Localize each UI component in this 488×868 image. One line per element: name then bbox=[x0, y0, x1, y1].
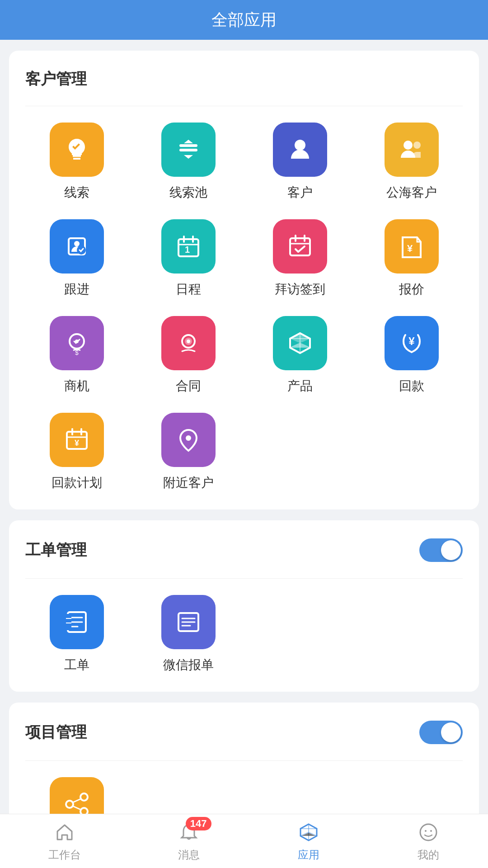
workorder-icons-grid: 工单 微信报单 bbox=[25, 595, 463, 674]
svg-point-6 bbox=[74, 241, 80, 246]
icon-item-followup[interactable]: 跟进 bbox=[25, 219, 128, 298]
svg-line-46 bbox=[73, 806, 81, 810]
svg-point-19 bbox=[75, 340, 79, 343]
icon-item-contract[interactable]: 合同 bbox=[137, 316, 239, 395]
wechat-form-icon bbox=[174, 608, 203, 637]
svg-point-47 bbox=[420, 824, 436, 840]
project-toggle[interactable] bbox=[419, 721, 463, 744]
section-customer-management: 客户管理 线索 bbox=[9, 51, 479, 509]
customer-icon bbox=[286, 135, 314, 164]
section-header-customer: 客户管理 bbox=[25, 69, 463, 90]
svg-point-43 bbox=[66, 801, 73, 808]
home-icon bbox=[53, 821, 76, 844]
svg-text:1: 1 bbox=[185, 245, 190, 255]
section-workorder-management: 工单管理 工单 bbox=[9, 520, 479, 692]
svg-point-42 bbox=[80, 793, 88, 801]
svg-line-45 bbox=[73, 799, 81, 802]
section-title-workorder: 工单管理 bbox=[25, 540, 87, 561]
icon-box-nearby-customer bbox=[161, 413, 216, 467]
icon-box-payment-plan: ¥ bbox=[50, 413, 104, 467]
svg-text:$: $ bbox=[75, 349, 79, 356]
icon-item-schedule[interactable]: 1 日程 bbox=[137, 219, 239, 298]
svg-rect-0 bbox=[179, 144, 197, 147]
visit-checkin-icon bbox=[286, 232, 314, 261]
icon-label-followup: 跟进 bbox=[64, 281, 89, 298]
icon-box-clue-pool bbox=[161, 123, 216, 177]
nav-label-messages: 消息 bbox=[178, 848, 200, 862]
icon-label-public-customer: 公海客户 bbox=[386, 184, 437, 201]
icon-label-payment-plan: 回款计划 bbox=[52, 474, 102, 491]
icon-item-customer[interactable]: 客户 bbox=[249, 123, 351, 201]
svg-point-30 bbox=[186, 435, 191, 441]
svg-rect-35 bbox=[66, 614, 71, 630]
svg-text:¥: ¥ bbox=[74, 439, 79, 448]
workorder-icon bbox=[62, 608, 91, 637]
icon-item-wechat-form[interactable]: 微信报单 bbox=[137, 595, 239, 674]
box-icon bbox=[297, 821, 320, 844]
icon-item-payment-plan[interactable]: ¥ 回款计划 bbox=[25, 413, 128, 491]
nav-item-workbench[interactable]: 工作台 bbox=[48, 821, 81, 862]
clue-pool-icon bbox=[174, 135, 203, 164]
icon-item-clue[interactable]: 线索 bbox=[25, 123, 128, 201]
icon-item-public-customer[interactable]: 公海客户 bbox=[360, 123, 463, 201]
icon-box-workorder bbox=[50, 595, 104, 649]
icon-box-followup bbox=[50, 219, 104, 274]
nav-item-mine[interactable]: 我的 bbox=[417, 821, 440, 862]
svg-point-2 bbox=[295, 140, 305, 151]
product-icon bbox=[286, 329, 314, 358]
contract-icon bbox=[174, 329, 203, 358]
icon-item-clue-pool[interactable]: 线索池 bbox=[137, 123, 239, 201]
icon-box-customer bbox=[273, 123, 327, 177]
nav-item-apps[interactable]: 应用 bbox=[297, 821, 320, 862]
quote-icon: ¥ bbox=[397, 232, 426, 261]
content: 客户管理 线索 bbox=[0, 40, 488, 868]
bell-icon: 147 bbox=[177, 821, 201, 844]
followup-icon bbox=[62, 232, 91, 261]
icon-box-quote: ¥ bbox=[385, 219, 439, 274]
header-title: 全部应用 bbox=[211, 9, 277, 31]
svg-point-48 bbox=[425, 830, 427, 832]
icon-item-nearby-customer[interactable]: 附近客户 bbox=[137, 413, 239, 491]
icon-box-clue bbox=[50, 123, 104, 177]
bottom-nav: 工作台 147 消息 应用 bbox=[0, 814, 488, 868]
icon-label-nearby-customer: 附近客户 bbox=[163, 474, 214, 491]
section-title-project: 项目管理 bbox=[25, 722, 87, 743]
payment-icon: ¥ bbox=[397, 329, 426, 358]
icon-box-public-customer bbox=[385, 123, 439, 177]
icon-item-payment[interactable]: ¥ 回款 bbox=[360, 316, 463, 395]
svg-text:¥: ¥ bbox=[407, 243, 413, 254]
icon-box-product bbox=[273, 316, 327, 370]
header: 全部应用 bbox=[0, 0, 488, 40]
svg-point-49 bbox=[430, 830, 432, 832]
icon-box-payment: ¥ bbox=[385, 316, 439, 370]
icon-item-visit-checkin[interactable]: 拜访签到 bbox=[249, 219, 351, 298]
icon-item-quote[interactable]: ¥ 报价 bbox=[360, 219, 463, 298]
svg-rect-13 bbox=[290, 238, 310, 255]
message-badge: 147 bbox=[186, 817, 211, 830]
icon-box-contract bbox=[161, 316, 216, 370]
nav-item-messages[interactable]: 147 消息 bbox=[177, 821, 201, 862]
icon-box-schedule: 1 bbox=[161, 219, 216, 274]
icon-label-visit-checkin: 拜访签到 bbox=[275, 281, 325, 298]
clue-icon bbox=[62, 135, 91, 164]
opportunity-icon: $ bbox=[62, 329, 91, 358]
schedule-icon: 1 bbox=[174, 232, 203, 261]
icon-label-clue-pool: 线索池 bbox=[169, 184, 207, 201]
svg-rect-1 bbox=[179, 149, 197, 151]
icon-label-schedule: 日程 bbox=[176, 281, 201, 298]
icon-label-workorder: 工单 bbox=[64, 656, 89, 674]
section-title-customer: 客户管理 bbox=[25, 69, 87, 90]
payment-plan-icon: ¥ bbox=[62, 425, 91, 454]
icon-item-product[interactable]: 产品 bbox=[249, 316, 351, 395]
nearby-customer-icon bbox=[174, 425, 203, 454]
svg-text:¥: ¥ bbox=[408, 335, 415, 347]
customer-icons-grid: 线索 线索池 bbox=[25, 123, 463, 491]
icon-label-opportunity: 商机 bbox=[64, 377, 89, 395]
icon-label-contract: 合同 bbox=[176, 377, 201, 395]
workorder-toggle[interactable] bbox=[419, 538, 463, 562]
icon-item-opportunity[interactable]: $ 商机 bbox=[25, 316, 128, 395]
icon-label-customer: 客户 bbox=[287, 184, 313, 201]
face-icon bbox=[417, 821, 440, 844]
icon-item-workorder[interactable]: 工单 bbox=[25, 595, 128, 674]
svg-point-3 bbox=[404, 141, 413, 150]
